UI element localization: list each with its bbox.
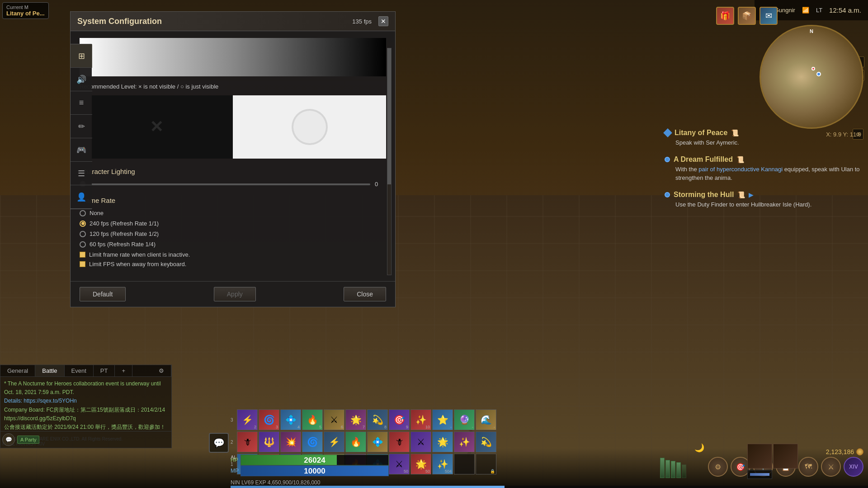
action-slot-3-4[interactable]: 🔥5	[302, 409, 323, 430]
char-lighting-track	[80, 183, 370, 185]
action-slot-3-9[interactable]: ✨10	[410, 409, 431, 430]
hud-btn-xiv[interactable]: XIV	[844, 457, 863, 477]
chat-type-badge[interactable]: A Party	[17, 436, 39, 444]
action-slot-2-10[interactable]: 🌟	[432, 432, 453, 452]
action-slot-3-7[interactable]: 💫8	[367, 409, 388, 430]
chat-input[interactable]	[42, 436, 170, 443]
chat-input-row: 💬 A Party	[0, 431, 171, 448]
chat-tab-battle[interactable]: Battle	[35, 365, 64, 376]
hud-btn-5[interactable]: 🗺	[798, 457, 818, 477]
quest-desc-1: Speak with Ser Aymeric.	[665, 138, 863, 147]
game-time: 12:54 a.m.	[829, 6, 861, 14]
dialog-title: System Configuration	[77, 17, 162, 26]
chat-tab-event[interactable]: Event	[65, 365, 94, 376]
action-slot-2-4[interactable]: 🌀	[302, 432, 323, 452]
action-slot-2-6[interactable]: 🔥	[345, 432, 366, 452]
fps-label-120: 120 fps (Refresh Rate 1/2)	[90, 230, 159, 237]
quest-list: Litany of Peace 📜 Speak with Ser Aymeric…	[665, 129, 863, 217]
action-slot-1-8[interactable]: ⚔50	[389, 454, 410, 474]
sidebar-tab-gamepad[interactable]: 🎮	[71, 138, 92, 162]
exp-bar-track	[231, 486, 868, 488]
char-info: NIN LV69 EXP 4,650,900/10,826,000	[231, 479, 320, 486]
exp-bar-fill	[231, 486, 505, 488]
quest-desc-3: Use the Duty Finder to enter Hullbreaker…	[665, 200, 863, 209]
hp-bar-track: 26024	[241, 455, 389, 465]
currency-value: 2,123,186	[826, 448, 854, 455]
hud-btn-6[interactable]: ⚔	[821, 457, 841, 477]
sidebar-tab-ui[interactable]: ≡	[71, 91, 92, 115]
chat-tab-general[interactable]: General	[0, 365, 35, 376]
fps-option-none[interactable]: None	[80, 210, 386, 216]
inventory-icon[interactable]: 🎁	[716, 7, 734, 25]
char-lighting-label: Character Lighting	[80, 168, 386, 175]
action-slot-1-11[interactable]	[454, 454, 475, 474]
fps-option-60[interactable]: 60 fps (Refresh Rate 1/4)	[80, 241, 386, 248]
hp-value: 26024	[241, 455, 388, 466]
action-slot-2-7[interactable]: 💠	[367, 432, 388, 452]
sidebar-tabs: ⊞ 🔊 ≡ ✏ 🎮 ☰ 👤	[70, 44, 92, 209]
mail-icon[interactable]: ✉	[760, 7, 778, 25]
action-slot-3-12[interactable]: 🌊-	[476, 409, 496, 430]
action-slot-3-6[interactable]: 🌟7	[345, 409, 366, 430]
sidebar-tab-graphics[interactable]: ⊞	[71, 44, 92, 68]
action-slot-2-1[interactable]: 🗡	[237, 432, 258, 452]
hud-btn-1[interactable]: ⚙	[708, 457, 728, 477]
mp-row: MP 10000	[231, 465, 389, 476]
action-slot-3-11[interactable]: 🔮-	[454, 409, 475, 430]
action-slot-2-12[interactable]: 💫	[476, 432, 496, 452]
storage-row-1	[747, 444, 798, 469]
fps-radio-120[interactable]	[80, 231, 86, 237]
action-slot-3-2[interactable]: 🌀3	[259, 409, 279, 430]
action-slot-2-9[interactable]: ⚔	[410, 432, 431, 452]
sidebar-tab-sound[interactable]: 🔊	[71, 68, 92, 91]
fps-radio-none[interactable]	[80, 210, 86, 216]
action-slot-3-10[interactable]: ⭐-	[432, 409, 453, 430]
action-slot-1-12[interactable]: 🔒	[476, 454, 496, 474]
action-slot-1-9[interactable]: 🌟50	[410, 454, 431, 474]
quest-desc-2: With the pair of hyperconductive Kannagi…	[665, 165, 863, 183]
storage-row-2	[747, 470, 798, 479]
apply-button[interactable]: Apply	[214, 287, 256, 301]
system-config-dialog: System Configuration 135 fps ✕ Recommend…	[70, 11, 396, 307]
quest-type-icon-3	[665, 192, 670, 197]
storage-slot-1[interactable]	[747, 444, 772, 469]
action-slot-2-3[interactable]: 💥	[280, 432, 301, 452]
action-slot-3-5[interactable]: ⚔6	[324, 409, 344, 430]
storage-slot-2[interactable]	[773, 444, 798, 469]
default-button[interactable]: Default	[80, 287, 126, 301]
chat-msg-3: Company Board: FC房屋地址：第二區15號副居落成日：2014/2…	[4, 406, 168, 423]
action-slot-3-8[interactable]: 🎯9	[389, 409, 410, 430]
sidebar-tab-controls[interactable]: ✏	[71, 115, 92, 138]
close-button[interactable]: Close	[344, 287, 386, 301]
action-slot-3-3[interactable]: 💠4	[280, 409, 301, 430]
fps-option-120[interactable]: 120 fps (Refresh Rate 1/2)	[80, 230, 386, 237]
checkbox-sq-afk[interactable]	[80, 261, 85, 267]
checkbox-limit-inactive[interactable]: Limit frame rate when client is inactive…	[80, 251, 386, 258]
chat-tab-add[interactable]: +	[115, 365, 132, 376]
quest-tracker-mini: Current M Litany of Pe...	[2, 2, 49, 19]
checkbox-limit-afk[interactable]: Limit FPS when away from keyboard.	[80, 261, 386, 267]
action-slot-2-2[interactable]: 🔱	[259, 432, 279, 452]
minimap: N	[760, 25, 863, 129]
visibility-dark-panel: ✕	[80, 95, 233, 159]
dialog-close-button[interactable]: ✕	[378, 16, 388, 26]
dialog-scroll-thumb[interactable]	[387, 48, 391, 184]
action-slot-3-1[interactable]: ⚡2	[237, 409, 258, 430]
checkbox-sq-inactive[interactable]	[80, 252, 85, 258]
sidebar-tab-log[interactable]: ☰	[71, 162, 92, 185]
chat-icon-button[interactable]: 💬	[209, 433, 229, 453]
sidebar-tab-accessibility[interactable]: 👤	[71, 185, 92, 209]
action-slot-2-8[interactable]: 🗡	[389, 432, 410, 452]
chat-tab-pt[interactable]: PT	[94, 365, 115, 376]
dialog-scrollbar[interactable]	[387, 48, 392, 275]
action-slot-1-10[interactable]: ✨504	[432, 454, 453, 474]
fps-radio-60[interactable]	[80, 241, 86, 248]
quest-highlight-2: pair of hyperconductive Kannagi	[698, 166, 783, 173]
chat-tab-settings[interactable]: ⚙	[152, 365, 171, 376]
action-slot-2-5[interactable]: ⚡	[324, 432, 344, 452]
fps-option-240[interactable]: 240 fps (Refresh Rate 1/1)	[80, 220, 386, 227]
chat-bubble-button[interactable]: 💬	[2, 433, 15, 446]
action-slot-2-11[interactable]: ✨	[454, 432, 475, 452]
chest-icon[interactable]: 📦	[738, 7, 756, 25]
fps-radio-240[interactable]	[80, 221, 86, 227]
